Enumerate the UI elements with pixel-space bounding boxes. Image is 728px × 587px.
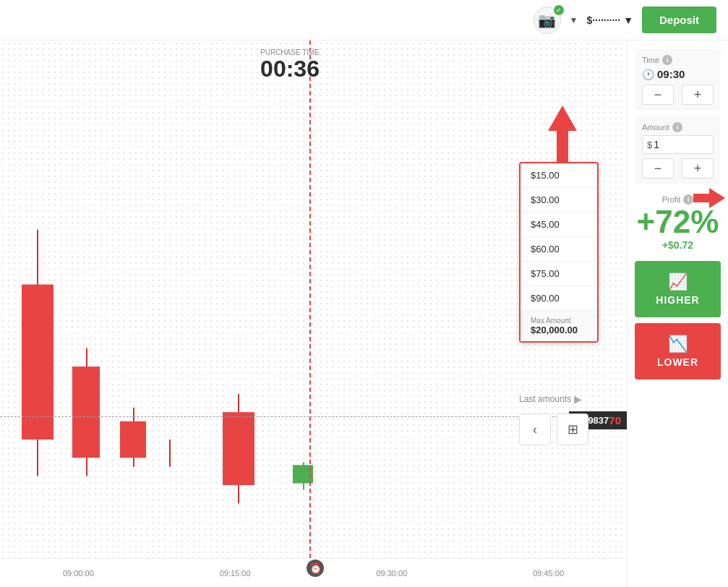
profit-label-text: Profit <box>662 195 681 204</box>
profit-amount: +$0.72 <box>635 239 721 251</box>
header: 📷 ✓ ▼ $·········· ▼ Deposit <box>0 0 728 40</box>
amount-option-4[interactable]: $75.00 <box>521 262 597 286</box>
main-layout: PURCHASE TIME 00:36 <box>0 40 728 587</box>
profit-percent-value: +72 <box>637 204 691 239</box>
time-stepper-row: − + <box>642 85 714 105</box>
time-label-text: Time <box>642 56 659 64</box>
amount-minus-button[interactable]: − <box>642 158 674 179</box>
amount-option-3[interactable]: $60.00 <box>521 237 597 262</box>
amount-label-text: Amount <box>642 123 669 132</box>
amount-max-label: Max Amount <box>531 317 587 325</box>
amount-currency: $ <box>647 140 652 150</box>
svg-marker-11 <box>548 106 577 163</box>
arrow-down-icon <box>541 106 584 169</box>
balance-dots: $·········· <box>586 14 620 26</box>
nav-buttons-row: ‹ ⊞ <box>519 414 588 445</box>
x-label-3: 09:45:00 <box>533 569 564 578</box>
camera-wrap: 📷 ✓ <box>534 7 561 34</box>
time-value-row: 🕐 09:30 <box>642 68 714 80</box>
lower-button[interactable]: 📉 LOWER <box>635 323 721 380</box>
clock-icon: 🕐 <box>642 69 654 80</box>
svg-rect-5 <box>120 421 146 458</box>
time-value: 09:30 <box>657 68 685 80</box>
time-info-icon[interactable]: i <box>662 55 672 65</box>
svg-rect-3 <box>72 367 100 458</box>
last-amounts-arrow[interactable]: ▶ <box>574 393 582 405</box>
amount-section: Amount i $ − + <box>635 116 721 184</box>
calculator-button[interactable]: ⊞ <box>557 414 588 445</box>
amount-label: Amount i <box>642 122 714 132</box>
time-minus-button[interactable]: − <box>642 85 674 105</box>
time-plus-button[interactable]: + <box>682 85 714 105</box>
lower-icon: 📉 <box>668 335 688 354</box>
camera-badge: ✓ <box>554 5 564 15</box>
lower-label: LOWER <box>657 356 698 368</box>
time-label: Time i <box>642 55 714 65</box>
amount-input[interactable] <box>654 139 697 150</box>
right-panel: Time i 🕐 09:30 − + Amount i $ − <box>627 40 728 587</box>
last-amounts-row: Last amounts ▶ <box>519 393 582 405</box>
amount-max-section: Max Amount $20,000.00 <box>521 311 597 341</box>
arrow-left-icon <box>693 187 725 213</box>
higher-icon: 📈 <box>668 273 688 291</box>
clock-marker: ⏰ <box>305 558 325 578</box>
x-label-1: 09:15:00 <box>220 569 251 578</box>
chart-area: PURCHASE TIME 00:36 <box>0 40 627 587</box>
amount-input-row: $ <box>642 135 714 154</box>
profit-info-icon[interactable]: i <box>683 194 693 205</box>
camera-dropdown-arrow[interactable]: ▼ <box>570 15 578 25</box>
back-button[interactable]: ‹ <box>519 414 551 445</box>
last-amounts-label: Last amounts <box>519 394 571 404</box>
deposit-button[interactable]: Deposit <box>642 7 716 33</box>
amount-plus-button[interactable]: + <box>682 158 714 179</box>
price-highlight: 70 <box>609 414 621 427</box>
higher-button[interactable]: 📈 HIGHER <box>635 261 721 317</box>
purchase-time-label: PURCHASE TIME 00:36 <box>260 49 320 82</box>
higher-label: HIGHER <box>656 294 699 306</box>
time-section: Time i 🕐 09:30 − + <box>635 49 721 111</box>
balance-display[interactable]: $·········· ▼ <box>586 14 633 26</box>
amount-option-1[interactable]: $30.00 <box>521 188 597 213</box>
x-label-0: 09:00:00 <box>63 569 94 578</box>
vertical-line <box>309 40 311 558</box>
purchase-time-value: 00:36 <box>260 56 320 82</box>
svg-rect-8 <box>223 412 254 485</box>
amount-option-5[interactable]: $90.00 <box>521 286 597 311</box>
x-label-2: 09:30:00 <box>376 569 407 578</box>
amount-max-value: $20,000.00 <box>531 325 587 335</box>
amount-option-2[interactable]: $45.00 <box>521 213 597 237</box>
svg-marker-12 <box>693 188 725 208</box>
amount-dropdown[interactable]: $15.00 $30.00 $45.00 $60.00 $75.00 $90.0… <box>519 162 599 343</box>
balance-dropdown-arrow[interactable]: ▼ <box>623 14 633 26</box>
amount-info-icon[interactable]: i <box>672 122 682 132</box>
amount-stepper-row: − + <box>642 158 714 179</box>
